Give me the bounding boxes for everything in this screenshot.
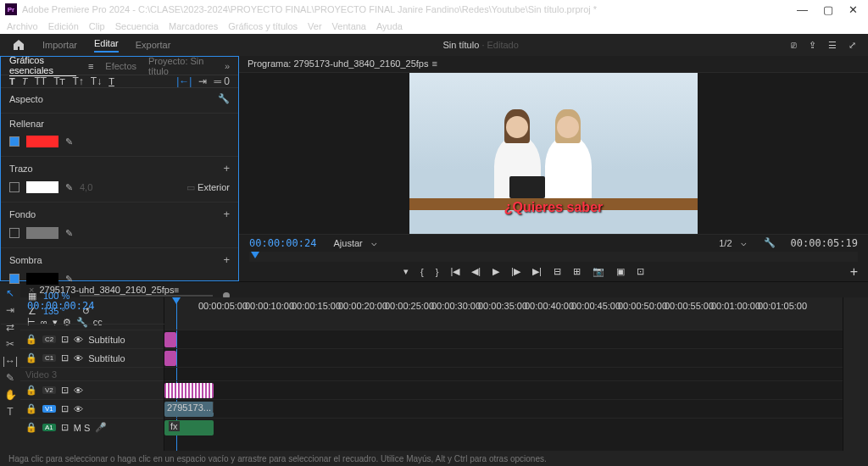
timeline-tracks[interactable]: 00:00:05:00 00:00:10:00 00:00:15:00 00:0… <box>164 297 843 451</box>
label-rellenar: Rellenar <box>9 119 230 129</box>
tab-exportar[interactable]: Exportar <box>136 40 171 50</box>
tab-importar[interactable]: Importar <box>42 40 77 50</box>
home-icon[interactable] <box>12 38 25 52</box>
tab-menu-icon[interactable]: ≡ <box>88 61 93 71</box>
eyedropper-icon[interactable]: ✎ <box>65 228 73 239</box>
opacity-icon: ▦ <box>28 291 36 302</box>
stroke-width[interactable]: 4,0 <box>80 182 92 192</box>
minimize-icon[interactable]: — <box>797 3 808 16</box>
window-title: Adobe Premiere Pro 2024 - C:\CLASE\2023-… <box>22 4 597 14</box>
program-tc-in[interactable]: 00:00:00:24 <box>249 237 316 249</box>
clip-subtitle[interactable] <box>164 332 176 347</box>
safe-margins-icon[interactable]: ⊡ <box>637 266 644 277</box>
add-stroke-icon[interactable]: + <box>223 162 230 175</box>
lift-icon[interactable]: ⊟ <box>554 266 561 277</box>
pen-tool-icon[interactable]: ✎ <box>6 372 14 384</box>
share-icon[interactable]: ⇪ <box>809 40 816 51</box>
program-ruler[interactable] <box>249 252 858 262</box>
eyedropper-icon[interactable]: ✎ <box>65 182 73 193</box>
underline-icon[interactable]: T <box>108 75 114 87</box>
section-aspecto: Aspecto <box>9 94 43 104</box>
workspace-tabs: Importar Editar Exportar Sin título · Ed… <box>0 34 868 56</box>
tab-proyecto[interactable]: Proyecto: Sin título <box>148 56 213 76</box>
type-tool-icon[interactable]: T <box>7 406 13 418</box>
tab-efectos[interactable]: Efectos <box>105 61 136 71</box>
menu-marcadores[interactable]: Marcadores <box>169 21 218 31</box>
button-editor-icon[interactable]: + <box>850 264 858 280</box>
time-ruler[interactable]: 00:00:05:00 00:00:10:00 00:00:15:00 00:0… <box>164 297 843 314</box>
menu-clip[interactable]: Clip <box>89 21 105 31</box>
export-frame-icon[interactable]: 📷 <box>593 266 604 277</box>
subscript-icon[interactable]: T↓ <box>91 75 102 87</box>
menu-ventana[interactable]: Ventana <box>332 21 366 31</box>
maximize-icon[interactable]: ▢ <box>823 3 833 16</box>
italic-icon[interactable]: T <box>22 75 28 87</box>
bg-color-swatch[interactable] <box>26 227 58 239</box>
stroke-color-swatch[interactable] <box>26 181 58 193</box>
bg-checkbox[interactable] <box>9 228 19 238</box>
fill-color-swatch[interactable] <box>26 136 58 147</box>
step-back-icon[interactable]: ◀| <box>471 266 481 277</box>
clip-graphic[interactable] <box>164 383 214 398</box>
program-monitor[interactable]: ¿Quieres saber <box>409 73 698 234</box>
hand-tool-icon[interactable]: ✋ <box>4 389 17 401</box>
razor-tool-icon[interactable]: ✂ <box>6 338 14 350</box>
workspace-menu-icon[interactable]: ☰ <box>828 40 837 51</box>
go-to-in-icon[interactable]: |◀ <box>450 266 459 277</box>
tab-graficos-esenciales[interactable]: Gráficos esenciales <box>9 55 76 76</box>
smallcaps-icon[interactable]: Tᴛ <box>53 75 65 87</box>
clip-video[interactable]: 2795173...fx <box>164 402 214 417</box>
bold-icon[interactable]: T <box>9 75 15 87</box>
add-shadow-icon[interactable]: + <box>223 253 230 266</box>
app-logo: Pr <box>5 3 17 15</box>
kerning-icon[interactable]: |←| <box>176 75 192 87</box>
audio-meter <box>843 297 868 451</box>
extract-icon[interactable]: ⊞ <box>573 266 581 277</box>
clip-audio[interactable]: fx <box>164 420 214 435</box>
quick-export-icon[interactable]: ⎚ <box>791 40 797 51</box>
playhead-icon[interactable] <box>251 252 259 258</box>
step-fwd-icon[interactable]: |▶ <box>511 266 520 277</box>
stroke-checkbox[interactable] <box>9 182 19 192</box>
marker-icon[interactable]: ▾ <box>403 266 409 277</box>
in-point-icon[interactable]: { <box>420 267 424 277</box>
menu-ver[interactable]: Ver <box>308 21 322 31</box>
compare-icon[interactable]: ▣ <box>616 266 625 277</box>
shadow-opacity[interactable]: 100 % <box>43 291 70 301</box>
menu-secuencia[interactable]: Secuencia <box>115 21 159 31</box>
add-bg-icon[interactable]: + <box>223 208 230 220</box>
shadow-angle[interactable]: 135 ° <box>43 306 65 316</box>
allcaps-icon[interactable]: TT <box>34 75 47 87</box>
essential-graphics-panel: Gráficos esenciales ≡ Efectos Proyecto: … <box>0 56 239 281</box>
zoom-dropdown[interactable]: 1/2 <box>719 238 732 248</box>
fill-checkbox[interactable] <box>9 136 19 147</box>
status-bar: Haga clic para seleccionar o haga clic e… <box>0 451 868 466</box>
play-icon[interactable]: ▶ <box>492 266 499 277</box>
out-point-icon[interactable]: } <box>436 267 439 277</box>
eyedropper-icon[interactable]: ✎ <box>65 274 73 285</box>
superscript-icon[interactable]: T↑ <box>72 75 83 87</box>
go-to-out-icon[interactable]: ▶| <box>532 266 542 277</box>
wrench-icon[interactable]: 🔧 <box>218 93 230 104</box>
shadow-checkbox[interactable] <box>9 274 19 284</box>
reset-icon[interactable]: ↺ <box>82 306 90 317</box>
fullscreen-icon[interactable]: ⤢ <box>849 40 856 51</box>
baseline-icon[interactable]: ═ 0 <box>214 75 230 87</box>
text-style-toolbar: T T TT Tᴛ T↑ T↓ T |←| ⇥ ═ 0 <box>1 75 238 88</box>
stroke-mode[interactable]: ▭ Exterior <box>186 182 230 193</box>
panel-overflow-icon[interactable]: » <box>225 61 230 71</box>
menu-edicion[interactable]: Edición <box>48 21 79 31</box>
close-icon[interactable]: ✕ <box>849 3 858 16</box>
menu-archivo[interactable]: Archivo <box>7 21 38 31</box>
menu-ayuda[interactable]: Ayuda <box>376 21 403 31</box>
tab-editar[interactable]: Editar <box>94 38 119 53</box>
slip-tool-icon[interactable]: |↔| <box>3 355 18 367</box>
clip-subtitle[interactable] <box>164 351 176 366</box>
fit-dropdown[interactable]: Ajustar <box>333 238 362 248</box>
menu-bar: Archivo Edición Clip Secuencia Marcadore… <box>0 19 868 34</box>
wrench-icon[interactable]: 🔧 <box>764 237 776 248</box>
tracking-icon[interactable]: ⇥ <box>198 75 207 87</box>
eyedropper-icon[interactable]: ✎ <box>65 136 73 147</box>
menu-graficos[interactable]: Gráficos y títulos <box>228 21 298 31</box>
shadow-color-swatch[interactable] <box>26 273 58 285</box>
